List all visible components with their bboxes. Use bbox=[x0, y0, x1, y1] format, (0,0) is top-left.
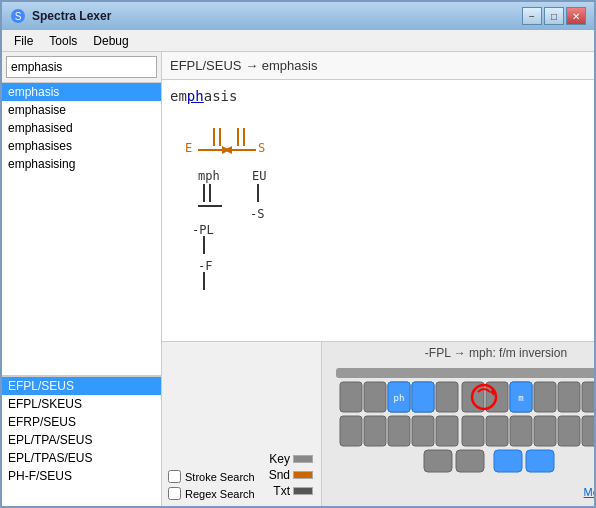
stroke-item-2[interactable]: EFRP/SEUS bbox=[2, 413, 161, 431]
svg-rect-47 bbox=[582, 416, 594, 446]
svg-text:E: E bbox=[185, 141, 192, 155]
window-title: Spectra Lexer bbox=[32, 9, 111, 23]
word-item-emphasised[interactable]: emphasised bbox=[2, 119, 161, 137]
svg-text:EU: EU bbox=[252, 169, 266, 183]
legend-snd-swatch bbox=[293, 471, 313, 479]
word-item-emphasise[interactable]: emphasise bbox=[2, 101, 161, 119]
word-item-emphasising[interactable]: emphasising bbox=[2, 155, 161, 173]
bottom-controls: Stroke Search Regex Search Key Snd bbox=[162, 342, 322, 506]
legend-snd-label: Snd bbox=[269, 468, 290, 482]
svg-rect-38 bbox=[364, 416, 386, 446]
svg-rect-28 bbox=[436, 382, 458, 412]
svg-marker-6 bbox=[224, 146, 232, 154]
svg-text:S: S bbox=[258, 141, 265, 155]
svg-rect-23 bbox=[336, 368, 594, 378]
stroke-header: EFPL/SEUS → emphasis bbox=[162, 52, 594, 80]
left-panel: emphasis emphasise emphasised emphasises… bbox=[2, 52, 162, 506]
legend-key-swatch bbox=[293, 455, 313, 463]
search-input-container bbox=[2, 52, 161, 83]
svg-rect-34 bbox=[582, 382, 594, 412]
legend-snd: Snd bbox=[269, 468, 313, 482]
stroke-search-label: Stroke Search bbox=[185, 471, 255, 483]
title-bar-left: S Spectra Lexer bbox=[10, 8, 111, 24]
svg-text:m: m bbox=[518, 393, 523, 403]
right-panel: EFPL/SEUS → emphasis emphasis E bbox=[162, 52, 594, 506]
legend-txt-label: Txt bbox=[273, 484, 290, 498]
bottom-section: Stroke Search Regex Search Key Snd bbox=[162, 341, 594, 506]
close-button[interactable]: ✕ bbox=[566, 7, 586, 25]
stroke-item-1[interactable]: EFPL/SKEUS bbox=[2, 395, 161, 413]
regex-search-checkbox[interactable] bbox=[168, 487, 181, 500]
svg-rect-32 bbox=[534, 382, 556, 412]
keyboard-label: -FPL → mph: f/m inversion bbox=[425, 346, 567, 360]
steno-diagram-svg: E S mph EU bbox=[170, 110, 390, 320]
svg-rect-52 bbox=[494, 450, 522, 472]
app-icon: S bbox=[10, 8, 26, 24]
legend-txt: Txt bbox=[273, 484, 313, 498]
stroke-item-5[interactable]: PH-F/SEUS bbox=[2, 467, 161, 485]
svg-rect-53 bbox=[526, 450, 554, 472]
word-item-emphasises[interactable]: emphasises bbox=[2, 137, 161, 155]
word-item-emphasis[interactable]: emphasis bbox=[2, 83, 161, 101]
word-list: emphasis emphasise emphasised emphasises… bbox=[2, 83, 161, 376]
title-bar: S Spectra Lexer − □ ✕ bbox=[2, 2, 594, 30]
svg-rect-39 bbox=[388, 416, 410, 446]
menu-debug[interactable]: Debug bbox=[85, 32, 136, 50]
svg-rect-44 bbox=[510, 416, 532, 446]
svg-rect-51 bbox=[456, 450, 484, 472]
stroke-item-4[interactable]: EPL/TPAS/EUS bbox=[2, 449, 161, 467]
menu-file[interactable]: File bbox=[6, 32, 41, 50]
legend-key: Key bbox=[269, 452, 313, 466]
svg-text:-S: -S bbox=[250, 207, 264, 221]
highlighted-letters: ph bbox=[187, 88, 204, 104]
svg-rect-37 bbox=[340, 416, 362, 446]
svg-rect-50 bbox=[424, 450, 452, 472]
stroke-search-checkbox[interactable] bbox=[168, 470, 181, 483]
legend-txt-swatch bbox=[293, 487, 313, 495]
menubar: File Tools Debug bbox=[2, 30, 594, 52]
regex-search-label: Regex Search bbox=[185, 488, 255, 500]
svg-rect-24 bbox=[340, 382, 362, 412]
stroke-item-0[interactable]: EFPL/SEUS bbox=[2, 377, 161, 395]
svg-rect-42 bbox=[462, 416, 484, 446]
svg-text:ph: ph bbox=[394, 393, 405, 403]
main-window: S Spectra Lexer − □ ✕ File Tools Debug e… bbox=[0, 0, 596, 508]
legend-section: Key Snd Txt bbox=[269, 452, 313, 498]
stroke-header-text: EFPL/SEUS → emphasis bbox=[170, 58, 317, 73]
svg-rect-43 bbox=[486, 416, 508, 446]
word-display: emphasis bbox=[170, 88, 586, 104]
steno-keyboard-svg: ph m bbox=[326, 364, 594, 484]
stroke-item-3[interactable]: EPL/TPA/SEUS bbox=[2, 431, 161, 449]
more-examples-link[interactable]: More Examples bbox=[584, 486, 594, 498]
maximize-button[interactable]: □ bbox=[544, 7, 564, 25]
svg-rect-41 bbox=[436, 416, 458, 446]
main-content: emphasis emphasise emphasised emphasises… bbox=[2, 52, 594, 506]
menu-tools[interactable]: Tools bbox=[41, 32, 85, 50]
stroke-list: EFPL/SEUS EFPL/SKEUS EFRP/SEUS EPL/TPA/S… bbox=[2, 376, 161, 506]
svg-rect-33 bbox=[558, 382, 580, 412]
legend-key-label: Key bbox=[269, 452, 290, 466]
svg-rect-25 bbox=[364, 382, 386, 412]
title-buttons: − □ ✕ bbox=[522, 7, 586, 25]
minimize-button[interactable]: − bbox=[522, 7, 542, 25]
keyboard-area: -FPL → mph: f/m inversion bbox=[322, 342, 594, 506]
svg-text:mph: mph bbox=[198, 169, 220, 183]
search-input[interactable] bbox=[6, 56, 157, 78]
svg-rect-45 bbox=[534, 416, 556, 446]
svg-rect-46 bbox=[558, 416, 580, 446]
diagram-area: emphasis E S bbox=[162, 80, 594, 341]
svg-text:-F: -F bbox=[198, 259, 212, 273]
svg-text:S: S bbox=[15, 11, 22, 22]
svg-rect-40 bbox=[412, 416, 434, 446]
svg-rect-55 bbox=[412, 382, 434, 412]
svg-text:-PL: -PL bbox=[192, 223, 214, 237]
